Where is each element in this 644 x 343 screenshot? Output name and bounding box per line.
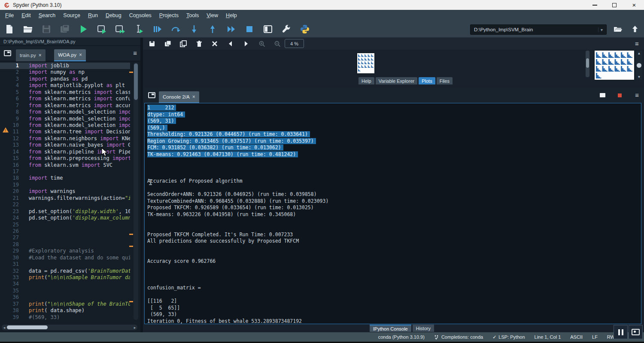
stop-button[interactable] (243, 24, 255, 35)
tab-help[interactable]: Help (358, 77, 374, 84)
code-line[interactable]: 34 (0, 281, 130, 287)
code-line[interactable]: 29#Exploratory analysis (0, 248, 130, 254)
save-button[interactable] (40, 24, 52, 35)
close-all-plots-button[interactable] (210, 40, 219, 48)
code-line[interactable]: 23pd.set_option('display.width', 10 (0, 208, 130, 215)
code-line[interactable]: 12from sklearn.neighbors import KNeig (0, 135, 130, 142)
editor-options-menu-icon[interactable]: ≡ (133, 50, 137, 56)
debug-file-button[interactable] (151, 24, 163, 35)
code-line[interactable]: 25 (0, 222, 130, 228)
code-line[interactable]: 35 (0, 288, 130, 294)
code-line[interactable]: 16from sklearn.svm import SVC (0, 162, 130, 168)
plots-options-menu-icon[interactable]: ≡ (635, 40, 639, 47)
close-button[interactable]: × (624, 0, 644, 10)
code-line[interactable]: 1import joblib (0, 63, 130, 69)
continue-button[interactable] (225, 24, 237, 35)
save-all-plots-button[interactable] (164, 40, 172, 48)
code-line[interactable]: 20import warnings (0, 188, 130, 195)
step-out-button[interactable] (207, 24, 219, 35)
next-plot-button[interactable] (242, 40, 250, 48)
code-line[interactable]: 26 (0, 228, 130, 235)
maximize-button[interactable] (605, 0, 624, 10)
menu-run[interactable]: Run (86, 12, 100, 19)
code-line[interactable]: 4import matplotlib.pyplot as plt (0, 82, 130, 89)
open-folder-button[interactable] (22, 24, 34, 35)
code-line[interactable]: 8from sklearn.model_selection impor (0, 109, 130, 115)
scrollbar-thumb[interactable] (134, 63, 138, 100)
copy-plot-button[interactable] (179, 40, 188, 48)
code-line[interactable]: 5from sklearn.metrics import classi (0, 89, 130, 96)
run-cell-advance-button[interactable] (114, 24, 126, 35)
tab-files[interactable]: Files (437, 77, 453, 84)
scrollbar-thumb[interactable] (7, 325, 48, 329)
close-icon[interactable]: × (79, 52, 82, 58)
code-line[interactable]: 32data = pd.read_csv('BrainTumorData (0, 268, 130, 274)
working-directory-combobox[interactable]: D:\Python_Imp\SVM_Brain ▾ (470, 24, 607, 35)
menu-tools[interactable]: Tools (185, 12, 200, 19)
overlay-pause-button[interactable] (614, 325, 628, 339)
code-line[interactable]: 11from sklearn.tree import DecisionT (0, 129, 130, 135)
python-env-button[interactable] (299, 24, 311, 35)
tab-console-2a[interactable]: Console 2/A × (159, 91, 199, 103)
remove-variables-button[interactable] (600, 92, 605, 96)
code-line[interactable]: 36 (0, 294, 130, 301)
menu-file[interactable]: File (3, 12, 15, 19)
code-line[interactable]: 9from sklearn.model_selection impor (0, 116, 130, 122)
ipython-console-output[interactable]: 1 212dtype: int64(569, 31)(569,)Threshol… (144, 103, 641, 324)
code-line[interactable]: 19 (0, 182, 130, 188)
step-into-button[interactable] (188, 24, 200, 35)
code-line[interactable]: 14from sklearn.pipeline import Pipel (0, 149, 130, 155)
interrupt-kernel-button[interactable] (618, 93, 622, 97)
chevron-down-icon[interactable]: ▾ (598, 27, 603, 32)
code-line[interactable]: 30#Load the dataset and do some quic (0, 255, 130, 261)
menu-source[interactable]: Source (61, 12, 82, 19)
minimize-button[interactable] (585, 0, 605, 10)
code-line[interactable]: 2import numpy as np (0, 69, 130, 75)
code-line[interactable]: 21warnings.filterwarnings(action="ig (0, 195, 130, 202)
previous-plot-button[interactable] (226, 40, 235, 48)
close-icon[interactable]: × (192, 94, 195, 100)
code-line[interactable]: 22 (0, 202, 130, 208)
code-line[interactable]: 24pd.set_option('display.max_columns (0, 215, 130, 221)
code-line[interactable]: 6from sklearn.metrics import confus (0, 96, 130, 102)
code-line[interactable]: 31 (0, 261, 130, 268)
browse-directory-button[interactable] (612, 24, 624, 35)
code-line[interactable]: 7from sklearn.metrics import accura (0, 102, 130, 109)
maximize-pane-button[interactable] (262, 24, 274, 35)
run-button[interactable] (77, 24, 89, 35)
code-line[interactable]: 27 (0, 235, 130, 241)
menu-view[interactable]: View (205, 12, 220, 19)
code-line[interactable]: 17 (0, 168, 130, 175)
tab-ipython-console[interactable]: IPython Console (370, 325, 411, 332)
menu-search[interactable]: Search (37, 12, 58, 19)
console-options-menu-icon[interactable]: ≡ (635, 92, 639, 98)
code-line[interactable]: 38print( data.shape) (0, 307, 130, 314)
browse-tabs-icon[interactable] (4, 50, 11, 56)
tab-woa-py[interactable]: WOA.py× (54, 49, 86, 61)
code-line[interactable]: 33print("\n\n\nSample BrainTumor dat (0, 274, 130, 281)
menu-consoles[interactable]: Consoles (128, 12, 153, 19)
plot-thumbnail[interactable] (357, 53, 374, 73)
preferences-wrench-button[interactable] (280, 24, 292, 35)
scrollbar-thumb[interactable] (586, 58, 589, 68)
code-line[interactable]: 18import time (0, 175, 130, 181)
browse-tabs-icon[interactable] (148, 92, 155, 98)
remove-plot-button[interactable] (195, 40, 204, 48)
code-editor[interactable]: 1import joblib2import numpy as np3import… (0, 61, 130, 326)
menu-projects[interactable]: Projects (158, 12, 180, 19)
run-cell-button[interactable] (96, 24, 108, 35)
plot-thumbnail-sidebar[interactable] (595, 51, 634, 80)
save-all-button[interactable] (59, 24, 71, 35)
tab-variable-explorer[interactable]: Variable Explorer (376, 77, 418, 84)
plots-scrollbar[interactable] (586, 51, 589, 77)
editor-vertical-scrollbar[interactable] (134, 63, 138, 320)
step-over-button[interactable] (170, 24, 182, 35)
overlay-capture-button[interactable] (629, 325, 643, 339)
code-line[interactable]: 15from sklearn.preprocessing import S (0, 155, 130, 162)
code-line[interactable]: 13from sklearn.naive_bayes import Gau (0, 142, 130, 148)
scrollbar-thumb[interactable] (637, 63, 641, 68)
scroll-up-icon[interactable]: ▲ (638, 51, 641, 55)
thumbnail-scrollbar[interactable]: ▲ ▼ (636, 51, 642, 80)
plots-zoom-level[interactable]: 4 % (285, 39, 304, 48)
code-line[interactable]: 28 (0, 241, 130, 248)
